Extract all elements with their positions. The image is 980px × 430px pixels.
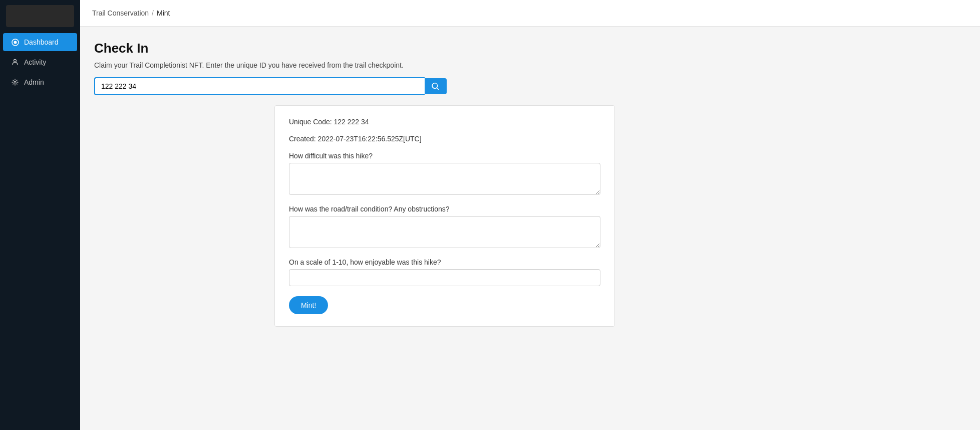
main-content: Trail Conservation / Mint Check In Claim… [80,0,980,430]
breadcrumb-separator: / [152,9,154,17]
question2-label: How was the road/trail condition? Any ob… [289,205,600,213]
unique-code-value: 122 222 34 [334,118,369,126]
unique-code-label: Unique Code: [289,118,332,126]
mint-button[interactable]: Mint! [289,296,328,314]
created-label: Created: [289,135,316,143]
page-title: Check In [94,41,966,56]
sidebar-logo [6,5,74,27]
breadcrumb-parent: Trail Conservation [92,9,149,17]
gear-icon [11,78,19,86]
breadcrumb-current: Mint [157,9,170,17]
sidebar-item-admin[interactable]: Admin [3,73,77,91]
sidebar-item-activity-label: Activity [24,58,46,66]
sidebar-item-dashboard[interactable]: Dashboard [3,33,77,51]
breadcrumb: Trail Conservation / Mint [80,0,980,27]
svg-point-2 [14,60,17,62]
svg-point-3 [14,81,16,83]
unique-code-row: Unique Code: 122 222 34 [289,118,600,126]
sidebar-item-admin-label: Admin [24,78,44,86]
person-icon [11,58,19,66]
search-button[interactable] [425,78,447,94]
search-row [94,77,966,95]
created-value: 2022-07-23T16:22:56.525Z[UTC] [318,135,422,143]
difficulty-textarea[interactable] [289,163,600,195]
question1-label: How difficult was this hike? [289,152,600,160]
page-subtitle: Claim your Trail Completionist NFT. Ente… [94,61,966,69]
created-row: Created: 2022-07-23T16:22:56.525Z[UTC] [289,135,600,143]
enjoyment-input[interactable] [289,269,600,286]
svg-point-1 [14,41,17,44]
question3-label: On a scale of 1-10, how enjoyable was th… [289,258,600,266]
circle-dot-icon [11,38,19,46]
sidebar: Dashboard Activity Admin [0,0,80,430]
page-content: Check In Claim your Trail Completionist … [80,27,980,430]
result-card: Unique Code: 122 222 34 Created: 2022-07… [274,105,615,327]
trail-condition-textarea[interactable] [289,216,600,248]
sidebar-item-dashboard-label: Dashboard [24,38,59,46]
search-input[interactable] [94,77,425,95]
sidebar-item-activity[interactable]: Activity [3,53,77,71]
search-icon [432,82,440,90]
